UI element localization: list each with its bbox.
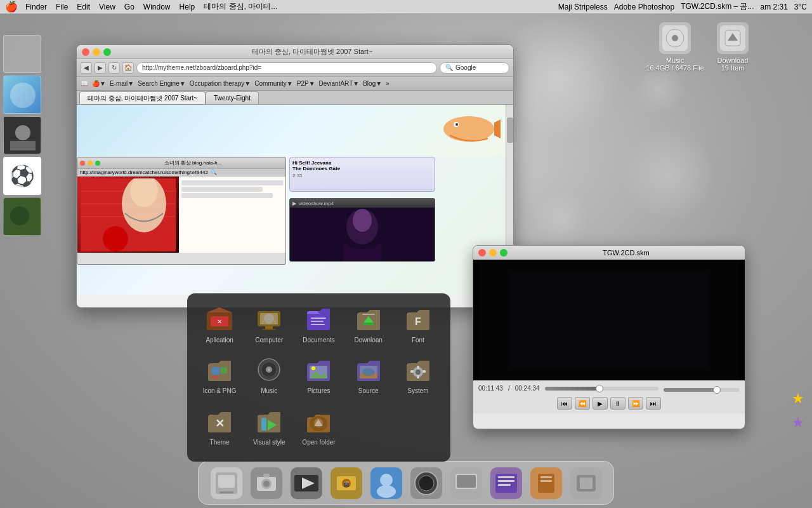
minimize-button[interactable] — [93, 48, 100, 56]
volume-bar[interactable] — [664, 388, 740, 392]
sidebar-thumb-4[interactable] — [3, 197, 41, 236]
menu-go[interactable]: Go — [124, 3, 134, 11]
dock-icon-5[interactable] — [409, 465, 443, 500]
bookmark-blog[interactable]: Blog▼ — [363, 80, 382, 87]
open-folder-label: Open folder — [302, 439, 335, 446]
browser-titlebar: 테마의 중심, 마이테마쩜넷 2007 Start~ — [77, 45, 513, 59]
sidebar-thumb-0[interactable] — [3, 35, 41, 73]
volume-handle[interactable] — [713, 386, 721, 394]
folder-system[interactable]: System — [396, 354, 440, 400]
star-purple[interactable]: ★ — [792, 415, 804, 431]
folder-music[interactable]: Music — [247, 354, 291, 400]
inner-min[interactable] — [88, 161, 93, 166]
bookmark-p2p[interactable]: P2P▼ — [297, 80, 315, 87]
bookmark-email[interactable]: E-mail▼ — [110, 80, 134, 87]
refresh-button[interactable]: ↻ — [108, 62, 120, 74]
forward-button[interactable]: ▶ — [95, 62, 106, 74]
aplication-icon: ✕ — [203, 304, 236, 334]
menu-finder[interactable]: Finder — [25, 3, 47, 11]
svg-point-79 — [263, 481, 270, 487]
bookmark-deviantart[interactable]: DeviantART▼ — [319, 80, 360, 87]
bookmark-search[interactable]: Search Engine▼ — [138, 80, 186, 87]
menu-view[interactable]: View — [99, 3, 115, 11]
font-label: Font — [412, 337, 424, 344]
folder-visual[interactable]: Visual style — [247, 406, 291, 451]
folder-computer[interactable]: Computer — [247, 304, 291, 349]
media-time-sep: / — [508, 385, 510, 392]
svg-rect-41 — [363, 323, 374, 325]
folder-aplication[interactable]: ✕ Aplication — [197, 304, 242, 349]
volume-fill — [664, 388, 717, 392]
download-widget-icon — [717, 22, 749, 54]
music-widget[interactable]: Music 16.4GB / 6478 File — [646, 22, 704, 72]
inner-close[interactable] — [80, 161, 85, 166]
next-button[interactable]: ⏭ — [646, 397, 661, 410]
folder-icon-png[interactable]: Icon & PNG — [197, 354, 242, 400]
bokeh-decoration — [622, 127, 717, 222]
play-button[interactable]: ▶ — [593, 397, 608, 410]
fast-forward-button[interactable]: ⏩ — [628, 397, 643, 410]
bookmark-therapy[interactable]: Occupation therapy▼ — [190, 80, 251, 87]
inner-max[interactable] — [95, 161, 100, 166]
music-icon — [252, 354, 285, 385]
folder-font[interactable]: F Font — [396, 304, 440, 349]
folder-source[interactable]: Source — [346, 354, 391, 400]
dock-icon-0[interactable] — [209, 465, 244, 500]
media-maximize[interactable] — [500, 249, 508, 257]
menu-edit[interactable]: Edit — [77, 3, 90, 11]
media-progress-bar[interactable] — [545, 387, 658, 391]
svg-marker-28 — [207, 307, 232, 312]
dock-icon-9[interactable] — [568, 465, 603, 500]
video-icon: ▶ — [292, 201, 296, 206]
dock-icon-7[interactable] — [488, 465, 523, 500]
chat-popup[interactable]: Hi Self! JeevanaThe Dominoes Gate 2:35 — [289, 157, 435, 192]
bookmark-community[interactable]: Community▼ — [254, 80, 292, 87]
menu-file[interactable]: File — [56, 3, 68, 11]
dock-icon-3[interactable]: 🎬 — [329, 465, 363, 500]
menu-window[interactable]: Window — [143, 3, 171, 11]
folder-documents[interactable]: Documents — [296, 304, 341, 349]
star-gold[interactable]: ★ — [792, 391, 804, 407]
sidebar-thumb-2[interactable] — [3, 116, 41, 154]
download-widget[interactable]: Download 19 Item — [717, 22, 749, 72]
pause-button[interactable]: ⏸ — [610, 397, 625, 410]
tab-0[interactable]: 테마의 중심, 마이테마쩜넷 2007 Start~ — [79, 91, 206, 104]
dock-icon-8[interactable] — [528, 465, 563, 500]
tab-1[interactable]: Twenty-Eight — [206, 91, 259, 104]
dock-icon-2[interactable] — [289, 465, 324, 500]
bookmarks-more[interactable]: » — [386, 80, 390, 87]
scrollbar-thumb[interactable] — [507, 117, 513, 143]
video-bar: ▶ videoshow.mp4 — [290, 199, 435, 208]
home-button[interactable]: 🏠 — [122, 62, 134, 74]
dock-icon-4[interactable] — [369, 465, 403, 500]
apple-menu[interactable]: 🍎 — [5, 1, 18, 13]
media-progress-handle[interactable] — [596, 385, 603, 392]
svg-point-11 — [10, 206, 29, 225]
svg-point-35 — [264, 314, 274, 324]
theme-icon: ✕ — [203, 406, 236, 436]
media-minimize[interactable] — [489, 249, 497, 257]
folder-theme[interactable]: ✕ Theme — [197, 406, 242, 451]
menubar-right: Maji Stripeless Adobe Photoshop TGW.2CD.… — [558, 1, 807, 12]
rewind-button[interactable]: ⏪ — [575, 397, 590, 410]
folder-downloan[interactable]: Downloan — [346, 304, 391, 349]
prev-button[interactable]: ⏮ — [557, 397, 572, 410]
dock-icon-6[interactable] — [449, 465, 483, 500]
close-button[interactable] — [82, 48, 89, 56]
address-bar[interactable]: http://mytheme.net/zboard/zboard.php?id= — [136, 62, 437, 74]
sidebar-thumb-1[interactable] — [3, 76, 41, 114]
menu-help[interactable]: Help — [180, 3, 195, 11]
sidebar-thumb-3[interactable]: ⚽ — [3, 157, 41, 195]
music-widget-icon — [659, 22, 691, 54]
search-bar[interactable]: 🔍 Google — [440, 62, 509, 74]
svg-rect-99 — [498, 476, 514, 478]
media-close[interactable] — [478, 249, 486, 257]
inner-addressbar[interactable]: http://imaginaryworld.dreamcatcher.ru/so… — [77, 169, 285, 177]
back-button[interactable]: ◀ — [81, 62, 92, 74]
apple-bookmark[interactable]: 🍎▼ — [92, 80, 106, 87]
dock-icon-1[interactable] — [249, 465, 284, 500]
menu-temp: 3°C — [794, 3, 807, 11]
folder-open[interactable]: Open folder — [296, 406, 341, 451]
folder-pictures[interactable]: Pictures — [296, 354, 341, 400]
maximize-button[interactable] — [103, 48, 111, 56]
